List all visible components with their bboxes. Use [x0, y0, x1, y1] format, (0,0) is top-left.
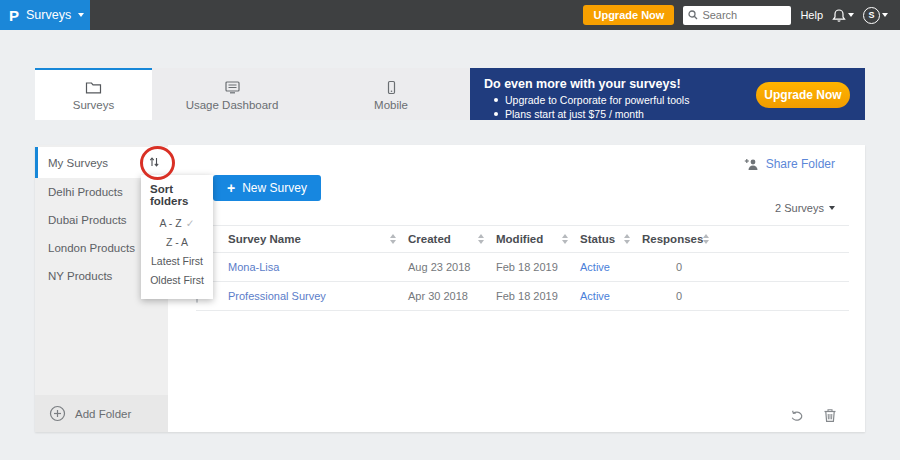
tabs-row: Surveys Usage Dashboard Mobile Do even m… — [35, 68, 865, 120]
column-header-modified[interactable]: Modified — [496, 233, 580, 245]
column-header-status[interactable]: Status — [580, 233, 642, 245]
banner-bullet-text: Upgrade to Corporate for powerful tools — [505, 94, 689, 106]
folder-label: My Surveys — [48, 157, 108, 169]
tab-usage-dashboard[interactable]: Usage Dashboard — [152, 68, 312, 120]
table-actions — [789, 408, 837, 423]
sort-folders-menu: Sort folders A - Z✓ Z - A Latest First O… — [141, 175, 213, 299]
new-survey-button[interactable]: + New Survey — [213, 175, 321, 201]
responses-cell: 0 — [642, 261, 716, 273]
column-sort-icon[interactable] — [624, 234, 630, 244]
column-header-responses[interactable]: Responses — [642, 233, 716, 245]
tab-label: Usage Dashboard — [186, 99, 279, 111]
avatar: S — [863, 7, 880, 24]
sort-option-a-z[interactable]: A - Z✓ — [141, 214, 213, 233]
chevron-down-icon — [848, 13, 854, 17]
banner-bullet: Plans start at just $75 / month — [494, 108, 865, 120]
responses-cell: 0 — [642, 290, 716, 302]
tab-surveys[interactable]: Surveys — [35, 68, 152, 120]
created-cell: Apr 30 2018 — [408, 290, 496, 302]
table-row: Mona-Lisa Aug 23 2018 Feb 18 2019 Active… — [196, 253, 849, 282]
folder-label: London Products — [48, 242, 135, 254]
column-sort-icon[interactable] — [390, 234, 396, 244]
share-folder-label: Share Folder — [766, 157, 835, 171]
share-folder-button[interactable]: Share Folder — [744, 157, 835, 171]
product-switcher-label: Surveys — [26, 8, 71, 22]
survey-count-dropdown[interactable]: 2 Surveys — [775, 202, 835, 214]
upgrade-now-button-banner[interactable]: Upgrade Now — [756, 82, 850, 108]
mobile-icon — [383, 80, 400, 95]
bullet-dot — [494, 98, 498, 102]
column-sort-icon[interactable] — [562, 234, 568, 244]
search-box[interactable] — [683, 6, 791, 25]
survey-count-label: 2 Surveys — [775, 202, 824, 214]
column-header-created[interactable]: Created — [408, 233, 496, 245]
created-cell: Aug 23 2018 — [408, 261, 496, 273]
sort-arrows-icon — [147, 155, 161, 169]
banner-bullet-text: Plans start at just $75 / month — [505, 108, 644, 120]
proprofs-logo-icon: P — [9, 8, 19, 23]
account-menu[interactable]: S — [863, 7, 888, 24]
surveys-table: Survey Name Created Modified Status Resp… — [196, 225, 849, 311]
search-icon — [688, 10, 698, 20]
survey-name-link[interactable]: Professional Survey — [228, 290, 326, 302]
promo-banner: Do even more with your surveys! Upgrade … — [470, 68, 865, 120]
add-folder-button[interactable]: Add Folder — [35, 395, 168, 432]
chevron-down-icon — [882, 13, 888, 17]
check-icon: ✓ — [186, 217, 195, 229]
brand-area[interactable]: P Surveys — [0, 0, 90, 30]
table-row: Professional Survey Apr 30 2018 Feb 18 2… — [196, 282, 849, 311]
top-bar: P Surveys Upgrade Now Help S — [0, 0, 900, 30]
plus-circle-icon — [49, 405, 66, 422]
plus-icon: + — [227, 181, 235, 195]
chevron-down-icon — [78, 13, 84, 17]
modified-cell: Feb 18 2019 — [496, 261, 580, 273]
tab-label: Mobile — [374, 99, 408, 111]
sidebar-item-my-surveys[interactable]: My Surveys — [35, 147, 168, 178]
tab-mobile[interactable]: Mobile — [312, 68, 470, 120]
upgrade-now-button-topbar[interactable]: Upgrade Now — [583, 5, 674, 25]
restore-icon[interactable] — [789, 409, 805, 423]
sort-option-oldest-first[interactable]: Oldest First — [141, 271, 213, 290]
sort-option-latest-first[interactable]: Latest First — [141, 252, 213, 271]
person-add-icon — [744, 157, 760, 171]
chevron-down-icon — [829, 206, 835, 210]
folder-label: Delhi Products — [48, 186, 123, 198]
folder-label: Dubai Products — [48, 214, 127, 226]
modified-cell: Feb 18 2019 — [496, 290, 580, 302]
trash-icon[interactable] — [823, 408, 837, 423]
notifications-menu[interactable] — [832, 8, 854, 23]
bullet-dot — [494, 112, 498, 116]
status-badge[interactable]: Active — [580, 290, 610, 302]
sort-folders-button[interactable] — [145, 154, 163, 172]
surveys-content: Share Folder + New Survey 2 Surveys Surv… — [168, 145, 865, 432]
bell-icon — [832, 8, 846, 23]
sort-option-z-a[interactable]: Z - A — [141, 233, 213, 252]
column-header-survey-name[interactable]: Survey Name — [228, 233, 408, 245]
search-input[interactable] — [702, 9, 784, 21]
folder-icon — [85, 80, 102, 95]
dashboard-icon — [224, 80, 241, 95]
tab-label: Surveys — [73, 99, 115, 111]
help-link[interactable]: Help — [800, 9, 823, 21]
add-folder-label: Add Folder — [75, 408, 131, 420]
sort-menu-title: Sort folders — [141, 183, 213, 207]
survey-name-link[interactable]: Mona-Lisa — [228, 261, 279, 273]
status-badge[interactable]: Active — [580, 261, 610, 273]
column-sort-icon[interactable] — [703, 234, 709, 244]
folder-label: NY Products — [48, 270, 112, 282]
table-header-row: Survey Name Created Modified Status Resp… — [196, 225, 849, 253]
column-sort-icon[interactable] — [478, 234, 484, 244]
